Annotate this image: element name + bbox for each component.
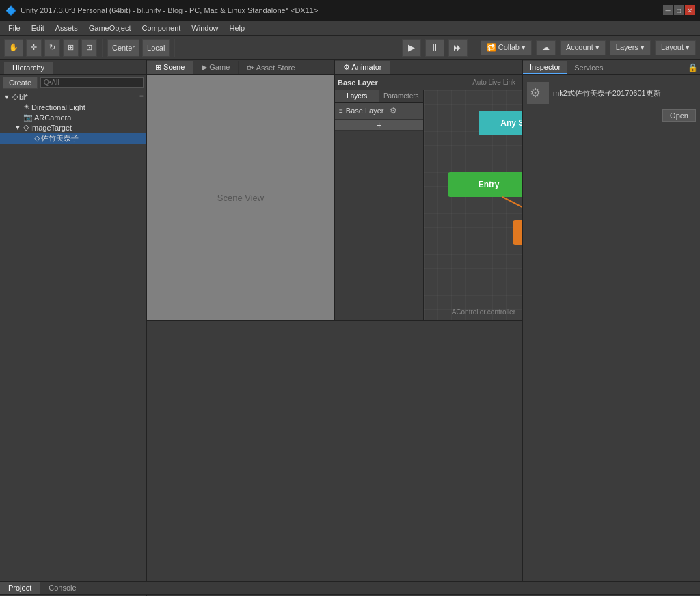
- tool-hand[interactable]: ✋: [4, 39, 23, 57]
- tab-console[interactable]: Console: [40, 582, 85, 594]
- hierarchy-toolbar: Create: [0, 75, 146, 90]
- toolbar: ✋ ✛ ↻ ⊞ ⊡ Center Local ▶ ⏸ ⏭ 🔁 Collab ▾ …: [0, 36, 700, 60]
- bottom-tab-bar: Project Console: [0, 582, 700, 595]
- tool-move[interactable]: ✛: [26, 39, 42, 57]
- tree-item-imagetarget[interactable]: ▼ ◇ ImageTarget: [0, 122, 146, 133]
- menu-help[interactable]: Help: [224, 23, 250, 33]
- animator-panel: ⚙ Animator Base Layer Auto Live Link Lay…: [335, 60, 522, 320]
- scene-tab-bar: ⊞ Scene ▶ Game 🛍 Asset Store: [147, 60, 334, 75]
- step-button[interactable]: ⏭: [448, 39, 468, 57]
- menu-assets[interactable]: Assets: [50, 23, 83, 33]
- animator-tab-bar: ⚙ Animator: [335, 60, 522, 75]
- controller-label: AController.controller: [449, 307, 518, 317]
- anim-tab-params[interactable]: Parameters: [379, 90, 424, 102]
- add-layer-button[interactable]: +: [335, 120, 423, 131]
- layer-settings-button[interactable]: ⚙: [387, 105, 400, 117]
- tab-game[interactable]: ▶ Game: [193, 61, 239, 74]
- any-state-label: Any State: [500, 118, 522, 128]
- center-button[interactable]: Center: [107, 39, 139, 57]
- animator-base-layer-label: Base Layer: [338, 79, 378, 87]
- label-satake: 佐竹美奈子: [41, 133, 79, 144]
- animator-auto-live: Auto Live Link: [468, 79, 520, 86]
- label-bl: bl*: [19, 93, 28, 101]
- arrow-it: ▼: [14, 124, 22, 131]
- inspector-item: ⚙ mk2式佐竹美奈子20170601更新: [527, 79, 696, 107]
- inspector-toolbar: Inspector Services 🔒: [523, 60, 700, 75]
- tree-item-arcamera[interactable]: 📷 ARCamera: [0, 112, 146, 122]
- tool-rect[interactable]: ⊡: [81, 39, 97, 57]
- local-button[interactable]: Local: [142, 39, 170, 57]
- tab-hierarchy[interactable]: Hierarchy: [4, 62, 53, 74]
- tab-project[interactable]: Project: [0, 582, 40, 594]
- menu-file[interactable]: File: [3, 23, 26, 33]
- anim-tab-layers[interactable]: Layers: [335, 90, 379, 102]
- inspector-content: ⚙ mk2式佐竹美奈子20170601更新 Open: [523, 75, 700, 128]
- layer-name: Base Layer: [346, 107, 384, 115]
- scene-game-panel: ⊞ Scene ▶ Game 🛍 Asset Store Scene View: [147, 60, 335, 320]
- hierarchy-content: ▼ ◇ bl* ≡ ☀ Directional Light 📷 ARCamera…: [0, 90, 146, 581]
- hierarchy-search-input[interactable]: [40, 77, 144, 88]
- layout-button[interactable]: Layout ▾: [655, 40, 696, 55]
- separator-1: [102, 39, 103, 57]
- animator-canvas[interactable]: Any State Entry wavefile_full_lat_vmd: [424, 90, 522, 320]
- animator-toolbar: Base Layer Auto Live Link: [335, 75, 522, 90]
- animator-layer-item[interactable]: ≡ Base Layer ⚙: [335, 103, 423, 120]
- state-wavefile[interactable]: wavefile_full_lat_vmd: [513, 220, 522, 245]
- label-it: ImageTarget: [30, 124, 72, 132]
- layers-button[interactable]: Layers ▾: [610, 40, 651, 55]
- cloud-button[interactable]: ☁: [536, 40, 556, 55]
- insp-tab-services[interactable]: Services: [567, 62, 610, 74]
- icon-arc: 📷: [23, 113, 33, 122]
- top-panels: ⊞ Scene ▶ Game 🛍 Asset Store Scene View …: [147, 60, 522, 321]
- label-arc: ARCamera: [34, 113, 71, 122]
- minimize-button[interactable]: ─: [663, 5, 673, 15]
- inspector-item-icon: ⚙: [527, 82, 549, 104]
- icon-satake: ◇: [34, 134, 40, 143]
- separator-2: [174, 39, 175, 57]
- insp-tab-inspector[interactable]: Inspector: [523, 61, 567, 74]
- menu-gameobject[interactable]: GameObject: [83, 23, 137, 33]
- inspector-item-name: mk2式佐竹美奈子20170601更新: [553, 88, 696, 98]
- collab-button[interactable]: 🔁 Collab ▾: [481, 40, 532, 55]
- hierarchy-options[interactable]: ≡: [139, 93, 144, 100]
- pause-button[interactable]: ⏸: [425, 39, 444, 57]
- inspector-open-area: Open: [527, 107, 696, 124]
- maximize-button[interactable]: □: [674, 5, 684, 15]
- inspector-open-button[interactable]: Open: [662, 109, 696, 122]
- center-panels: ⊞ Scene ▶ Game 🛍 Asset Store Scene View …: [147, 60, 522, 581]
- tree-item-satake[interactable]: ◇ 佐竹美奈子: [0, 133, 146, 144]
- scene-empty-label: Scene View: [217, 193, 264, 203]
- hierarchy-create-button[interactable]: Create: [3, 77, 38, 89]
- main-area: Hierarchy Create ▼ ◇ bl* ≡ ☀ Directional…: [0, 60, 700, 581]
- svg-text:⚙: ⚙: [530, 86, 541, 100]
- hierarchy-header: Hierarchy: [0, 60, 146, 75]
- play-button[interactable]: ▶: [402, 39, 421, 57]
- tab-asset-store[interactable]: 🛍 Asset Store: [239, 62, 304, 74]
- animator-sidebar-tabs: Layers Parameters: [335, 90, 423, 103]
- tab-animator[interactable]: ⚙ Animator: [335, 61, 390, 74]
- animator-sidebar: Layers Parameters ≡ Base Layer ⚙ +: [335, 90, 424, 320]
- menu-window[interactable]: Window: [186, 23, 224, 33]
- state-any-state[interactable]: Any State: [479, 111, 522, 135]
- icon-it: ◇: [23, 123, 29, 132]
- menu-component[interactable]: Component: [136, 23, 186, 33]
- tree-item-directional-light[interactable]: ☀ Directional Light: [0, 102, 146, 112]
- bottom-panel: Project Console Create ⭐ Favorites 🔍 All…: [0, 581, 700, 596]
- icon-bl: ◇: [12, 92, 18, 101]
- icon-dl: ☀: [23, 103, 30, 111]
- tool-scale[interactable]: ⊞: [63, 39, 79, 57]
- tool-rotate[interactable]: ↻: [44, 39, 60, 57]
- animator-body: Layers Parameters ≡ Base Layer ⚙ +: [335, 90, 522, 320]
- tree-item-bl[interactable]: ▼ ◇ bl* ≡: [0, 92, 146, 102]
- tab-scene[interactable]: ⊞ Scene: [147, 61, 193, 74]
- layer-icon: ≡: [339, 107, 343, 115]
- close-button[interactable]: ✕: [685, 5, 695, 15]
- inspector-lock-icon[interactable]: 🔒: [688, 63, 697, 72]
- account-button[interactable]: Account ▾: [560, 40, 606, 55]
- titlebar: 🔷 Unity 2017.3.0f3 Personal (64bit) - bl…: [0, 0, 700, 21]
- menu-edit[interactable]: Edit: [26, 23, 50, 33]
- label-dl: Directional Light: [31, 103, 85, 111]
- separator-3: [474, 39, 474, 57]
- entry-label: Entry: [479, 180, 500, 189]
- state-entry[interactable]: Entry: [448, 172, 522, 197]
